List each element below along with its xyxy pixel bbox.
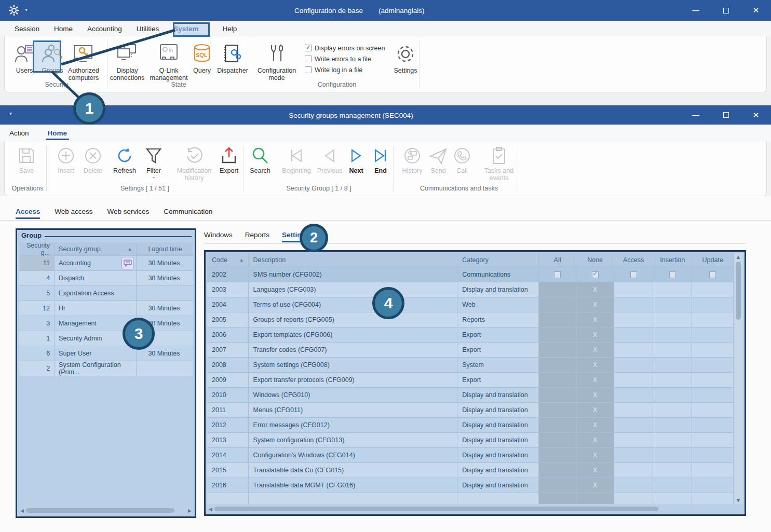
- insert-button[interactable]: Insert: [52, 146, 79, 174]
- column-all[interactable]: All: [539, 253, 576, 267]
- settings-table-row[interactable]: 2016Translatable data MGMT (CFG016)Displ…: [207, 478, 734, 493]
- group-table-row[interactable]: 11Accounting30 Minutes: [19, 256, 193, 271]
- filter-button[interactable]: Filter ⌄: [141, 146, 167, 179]
- settings-table-row[interactable]: 2012Error messages (CFG012)Display and t…: [207, 418, 734, 433]
- group-table-row[interactable]: 3Management30 Minutes: [19, 316, 193, 331]
- delete-button[interactable]: Delete: [79, 146, 106, 174]
- tab-web-services[interactable]: Web services: [107, 208, 150, 219]
- search-button[interactable]: Search: [246, 146, 275, 174]
- settings-table-row[interactable]: 2005Groups of reports (CFG005)ReportsX: [207, 312, 734, 328]
- column-insertion[interactable]: Insertion: [653, 253, 693, 267]
- checkbox-icon[interactable]: [630, 271, 637, 278]
- menu-accounting[interactable]: Accounting: [80, 21, 129, 36]
- group-table-row[interactable]: 2System Configuration (Prim...: [19, 361, 193, 376]
- menu-home[interactable]: Home: [47, 21, 80, 36]
- settings-table-row[interactable]: [207, 493, 734, 504]
- settings-table-row[interactable]: 2013System configuration (CFG013)Display…: [207, 433, 734, 448]
- export-button[interactable]: Export: [215, 146, 242, 174]
- column-category[interactable]: Category: [457, 253, 539, 267]
- scroll-left-icon[interactable]: ◀: [209, 506, 212, 513]
- tab-access[interactable]: Access: [16, 208, 40, 219]
- write-log-checkbox[interactable]: Write log in a file: [305, 64, 385, 75]
- previous-button[interactable]: Previous: [314, 146, 345, 174]
- group-table-row[interactable]: 12Hr30 Minutes: [19, 301, 193, 316]
- scroll-left-icon[interactable]: ◀: [20, 507, 24, 514]
- settings-table-header[interactable]: Code▲DescriptionCategoryAllNoneAccessIns…: [207, 253, 734, 267]
- history-button[interactable]: History: [397, 146, 427, 174]
- call-button[interactable]: Call: [450, 146, 474, 174]
- column-none[interactable]: None: [576, 253, 615, 267]
- access-cell: [614, 282, 653, 297]
- checkbox-checked-icon[interactable]: [592, 271, 599, 278]
- qlink-management-button[interactable]: in Q-Link management: [148, 43, 190, 81]
- tab-windows[interactable]: Windows: [204, 231, 233, 242]
- tab-reports[interactable]: Reports: [245, 231, 269, 242]
- tab-home[interactable]: Home: [46, 125, 70, 142]
- tab-communication[interactable]: Communication: [164, 208, 212, 219]
- checkbox-icon[interactable]: [554, 271, 561, 278]
- column-code[interactable]: Code▲: [207, 253, 249, 267]
- group-table-hscrollbar[interactable]: ◀ ▶: [20, 507, 192, 514]
- settings-table-row[interactable]: 2010Windows (CFG010)Display and translat…: [207, 388, 734, 403]
- end-button[interactable]: End: [369, 146, 392, 174]
- settings-table-row[interactable]: 2004Terms of use (CFG004)WebX: [207, 297, 734, 312]
- display-connections-button[interactable]: Display connections: [107, 43, 147, 81]
- maximize-button[interactable]: [711, 0, 741, 21]
- column-logout-time[interactable]: Logout time: [137, 242, 193, 255]
- settings-table-row[interactable]: 2008System settings (CFG008)SystemX: [207, 358, 734, 373]
- group-table-row[interactable]: 4Dispatch30 Minutes: [19, 271, 193, 286]
- authorized-computers-button[interactable]: Authorized computers: [67, 43, 100, 81]
- settings-table-row[interactable]: 2011Menus (CFG011)Display and translatio…: [207, 403, 734, 418]
- group-table-row[interactable]: 6Super User30 Minutes: [19, 346, 193, 361]
- window2-maximize-button[interactable]: [711, 105, 741, 125]
- scroll-up-icon[interactable]: ▲: [737, 253, 740, 261]
- column-access[interactable]: Access: [614, 253, 653, 267]
- configuration-mode-button[interactable]: Configuration mode: [255, 43, 299, 81]
- column-security-group[interactable]: Security group ▲: [55, 242, 137, 255]
- tab-web-access[interactable]: Web access: [55, 208, 92, 219]
- tasks-events-button[interactable]: Tasks and events: [478, 146, 520, 182]
- display-errors-checkbox[interactable]: Display errors on screen: [305, 43, 385, 53]
- group-table-row[interactable]: 1Security Admin: [19, 331, 193, 346]
- column-description[interactable]: Description: [249, 253, 458, 267]
- window2-quick-access-icon[interactable]: ▾: [9, 111, 12, 116]
- settings-button[interactable]: Settings: [390, 43, 421, 74]
- refresh-button[interactable]: Refresh: [109, 146, 141, 174]
- next-button[interactable]: Next: [344, 146, 368, 174]
- send-button[interactable]: Send: [426, 146, 450, 174]
- modification-history-button[interactable]: Modification history: [170, 146, 219, 182]
- beginning-button[interactable]: Beginning: [279, 146, 314, 174]
- column-update[interactable]: Update: [692, 253, 734, 267]
- settings-table-row[interactable]: 2014Configuration's Windows (CFG014)Disp…: [207, 448, 734, 463]
- quick-access-chevron-icon[interactable]: ▾: [25, 7, 28, 12]
- settings-table-row[interactable]: 2009Export transfer protocols (CFG009)Ex…: [207, 373, 734, 388]
- settings-table-row[interactable]: 2006Export templates (CFG006)ExportX: [207, 328, 734, 343]
- checkbox-icon[interactable]: [709, 271, 716, 278]
- settings-table-row[interactable]: 2007Transfer codes (CFG007)ExportX: [207, 343, 734, 358]
- minimize-button[interactable]: —: [681, 0, 711, 21]
- settings-table-row[interactable]: 2015Translatable data Co (CFG015)Display…: [207, 463, 734, 478]
- column-security-group-id[interactable]: Security g...: [19, 242, 55, 255]
- settings-table-row[interactable]: 2003Languages (CFG003)Display and transl…: [207, 282, 734, 297]
- settings-table-row[interactable]: 2002SMS number (CFG002)Communications: [207, 267, 734, 282]
- window2-minimize-button[interactable]: —: [681, 105, 711, 125]
- menu-session[interactable]: Session: [7, 21, 47, 36]
- menu-help[interactable]: Help: [215, 21, 244, 36]
- settings-table-vscrollbar[interactable]: ▲ ▼: [734, 253, 743, 504]
- filter-dropdown-chevron-icon[interactable]: ⌄: [152, 174, 156, 179]
- comment-bubble-icon[interactable]: [121, 257, 134, 269]
- tab-action[interactable]: Action: [7, 125, 31, 142]
- query-button[interactable]: SQL Query: [190, 43, 214, 74]
- write-errors-checkbox[interactable]: Write errors to a file: [305, 53, 385, 64]
- dispatcher-button[interactable]: Dispatcher: [214, 43, 251, 74]
- save-button[interactable]: Save: [12, 146, 41, 174]
- close-button[interactable]: ✕: [741, 0, 771, 21]
- scroll-down-icon[interactable]: ▼: [737, 497, 740, 504]
- window2-close-button[interactable]: ✕: [741, 105, 771, 125]
- settings-table-hscrollbar[interactable]: ◀: [209, 505, 731, 513]
- group-table-header[interactable]: Security g... Security group ▲ Logout ti…: [19, 242, 193, 256]
- menu-utilities[interactable]: Utilities: [129, 21, 167, 36]
- group-table-row[interactable]: 5Exportation Access: [19, 286, 193, 301]
- checkbox-icon[interactable]: [669, 271, 676, 278]
- scroll-right-icon[interactable]: ▶: [188, 507, 192, 514]
